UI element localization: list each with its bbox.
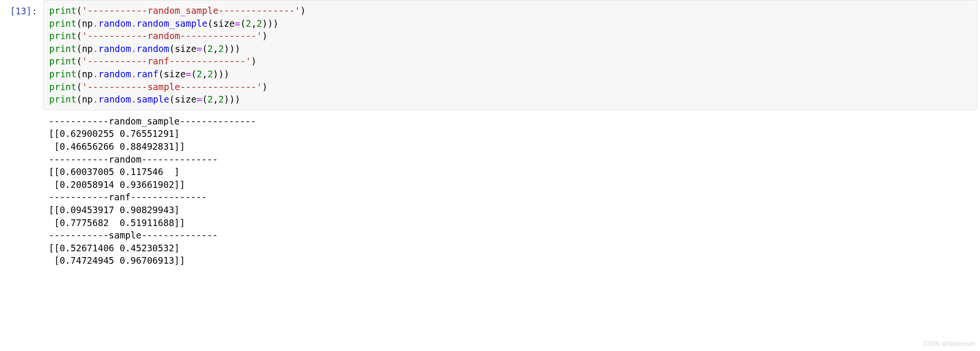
print-fn: print — [49, 94, 76, 104]
print-fn: print — [49, 82, 76, 92]
module-random: random — [98, 18, 131, 29]
input-cell: [13]: print('-----------random_sample---… — [0, 0, 980, 110]
method-sample: sample — [136, 94, 169, 104]
code-area[interactable]: print('-----------random_sample---------… — [43, 0, 977, 110]
print-fn: print — [49, 69, 76, 79]
method-random-sample: random_sample — [136, 18, 208, 29]
print-fn: print — [49, 5, 76, 16]
module-random: random — [98, 69, 131, 79]
output-cell: -----------random_sample-------------- [… — [0, 110, 980, 271]
string-literal: '-----------sample--------------' — [82, 82, 262, 92]
print-fn: print — [49, 56, 76, 66]
method-ranf: ranf — [136, 69, 158, 79]
string-literal: '-----------random--------------' — [82, 31, 262, 41]
output-prompt — [0, 110, 43, 271]
module-random: random — [98, 94, 131, 104]
print-fn: print — [49, 31, 76, 41]
output-text: -----------random_sample-------------- [… — [43, 110, 980, 271]
string-literal: '-----------ranf--------------' — [82, 56, 251, 66]
print-fn: print — [49, 43, 76, 54]
module-random: random — [98, 43, 131, 54]
string-literal: '-----------random_sample--------------' — [82, 5, 301, 16]
print-fn: print — [49, 18, 76, 29]
input-prompt: [13]: — [0, 0, 43, 110]
method-random: random — [136, 43, 169, 54]
